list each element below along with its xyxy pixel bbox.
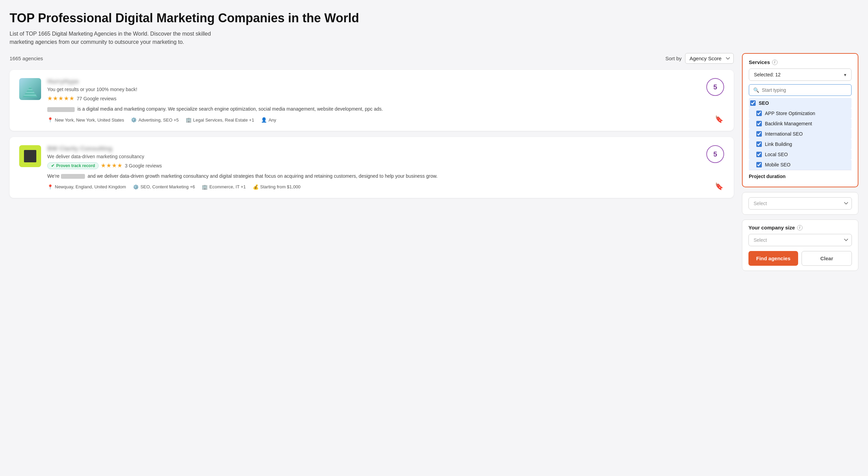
- stars-icon-2: ★★★★: [101, 162, 123, 169]
- reviews-2: 3 Google reviews: [125, 163, 162, 168]
- services-meta-1: ⚙️ Advertising, SEO +5: [131, 117, 178, 123]
- services-checkbox-list: SEO APP Store Optimization Backlink Mana…: [749, 98, 852, 170]
- services-label: Services i: [749, 59, 852, 65]
- checkbox-local-seo-input[interactable]: [756, 152, 762, 157]
- card-inner-2: BW Clarity Consulting We deliver data-dr…: [19, 145, 724, 190]
- checkbox-international-seo[interactable]: International SEO: [749, 129, 852, 139]
- card-inner-1: HurryHype You get results or your 100% m…: [19, 78, 724, 123]
- checkbox-international-seo-label: International SEO: [765, 131, 803, 137]
- bookmark-button-2[interactable]: 🔖: [715, 182, 723, 190]
- score-badge-2: 5: [706, 145, 724, 163]
- industries-icon-1: 🏢: [186, 117, 191, 123]
- agency-desc-1: is a digital media and marketing company…: [47, 105, 724, 113]
- sort-by-label: Sort by: [665, 55, 682, 61]
- checkbox-backlink-input[interactable]: [756, 121, 762, 126]
- services-meta-2: ⚙️ SEO, Content Marketing +6: [133, 184, 195, 190]
- card-body-2: BW Clarity Consulting We deliver data-dr…: [47, 145, 724, 190]
- sort-select[interactable]: Agency Score Reviews Newest: [685, 53, 734, 64]
- score-badge-1: 5: [706, 78, 724, 96]
- checkbox-backlink-label: Backlink Management: [765, 121, 812, 126]
- reviews-1: 77 Google reviews: [77, 96, 116, 101]
- industries-meta-1: 🏢 Legal Services, Real Estate +1: [186, 117, 254, 123]
- location-2: 📍 Newquay, England, United Kingdom: [47, 184, 126, 190]
- checkbox-local-seo[interactable]: Local SEO: [749, 149, 852, 160]
- company-size-label: Your company size i: [748, 225, 852, 230]
- checkbox-local-seo-label: Local SEO: [765, 152, 788, 157]
- checkbox-mobile-seo[interactable]: Mobile SEO: [749, 160, 852, 170]
- company-size-section: Your company size i Select Find agencies…: [742, 220, 858, 271]
- checkbox-backlink[interactable]: Backlink Management: [749, 118, 852, 129]
- search-icon: 🔍: [753, 87, 759, 93]
- services-dropdown[interactable]: Selected: 12 ▾: [749, 68, 852, 81]
- card-body-1: HurryHype You get results or your 100% m…: [47, 78, 724, 123]
- main-layout: 1665 agencies Sort by Agency Score Revie…: [10, 53, 858, 276]
- sort-row: 1665 agencies Sort by Agency Score Revie…: [10, 53, 734, 64]
- stars-icon-1: ★★★★★: [47, 95, 75, 102]
- project-duration-label: Project duration: [749, 174, 852, 179]
- agency-tagline-1: You get results or your 100% money back!: [47, 87, 724, 92]
- project-duration-select[interactable]: Select: [748, 197, 852, 210]
- services-search-box: 🔍: [749, 84, 852, 96]
- stars-row-2: ✔ Proven track record ★★★★ 3 Google revi…: [47, 162, 724, 169]
- checkbox-link-building[interactable]: Link Building: [749, 139, 852, 149]
- agency-card-1: HurryHype You get results or your 100% m…: [10, 70, 734, 131]
- services-icon-1: ⚙️: [131, 117, 137, 123]
- page-subtitle: List of TOP 1665 Digital Marketing Agenc…: [10, 30, 229, 46]
- project-duration-section: Select: [742, 192, 858, 215]
- project-duration-header: Project duration: [749, 170, 852, 179]
- sort-by-wrap: Sort by Agency Score Reviews Newest: [665, 53, 734, 64]
- industries-meta-2: 🏢 Ecommerce, IT +1: [202, 184, 246, 190]
- services-filter-section: Services i Selected: 12 ▾ 🔍 SEO: [743, 54, 858, 187]
- proven-icon: ✔: [51, 163, 54, 168]
- chevron-down-icon: ▾: [844, 72, 846, 77]
- agency-name-2: BW Clarity Consulting: [47, 145, 724, 152]
- checkbox-app-store-input[interactable]: [756, 111, 762, 116]
- agency-logo-1: [19, 78, 41, 100]
- budget-icon-2: 💰: [253, 184, 259, 190]
- checkbox-seo-label: SEO: [759, 100, 769, 106]
- checkbox-mobile-seo-label: Mobile SEO: [765, 162, 791, 167]
- location-1: 📍 New York, New York, United States: [47, 117, 124, 123]
- location-icon-2: 📍: [47, 184, 53, 190]
- agency-name-1: HurryHype: [47, 78, 724, 85]
- checkbox-app-store-label: APP Store Optimization: [765, 111, 815, 116]
- company-size-select[interactable]: Select: [748, 234, 852, 246]
- filter-box-services: Services i Selected: 12 ▾ 🔍 SEO: [742, 53, 858, 187]
- page-title: TOP Professional Digital Marketing Compa…: [10, 11, 373, 25]
- sidebar: Services i Selected: 12 ▾ 🔍 SEO: [742, 53, 858, 276]
- budget-meta-1: 👤 Any: [261, 117, 276, 123]
- checkbox-seo-input[interactable]: [750, 100, 756, 106]
- card-meta-2: 📍 Newquay, England, United Kingdom ⚙️ SE…: [47, 184, 724, 190]
- agency-logo-2: [19, 145, 41, 167]
- services-search-input[interactable]: [762, 87, 847, 93]
- bookmark-button-1[interactable]: 🔖: [715, 115, 723, 123]
- services-icon-2: ⚙️: [133, 184, 139, 190]
- checkbox-mobile-seo-input[interactable]: [756, 162, 762, 167]
- checkbox-link-building-input[interactable]: [756, 141, 762, 147]
- checkbox-international-seo-input[interactable]: [756, 131, 762, 137]
- stars-row-1: ★★★★★ 77 Google reviews: [47, 95, 724, 102]
- agency-count: 1665 agencies: [10, 55, 43, 61]
- checkbox-app-store[interactable]: APP Store Optimization: [749, 108, 852, 118]
- budget-icon-1: 👤: [261, 117, 267, 123]
- location-icon-1: 📍: [47, 117, 53, 123]
- services-info-icon[interactable]: i: [772, 60, 778, 65]
- company-size-info-icon[interactable]: i: [797, 225, 803, 230]
- agency-desc-2: We're and we deliver data-driven growth …: [47, 173, 724, 180]
- agency-tagline-2: We deliver data-driven marketing consult…: [47, 154, 724, 159]
- clear-button[interactable]: Clear: [802, 251, 852, 266]
- action-buttons-row: Find agencies Clear: [748, 251, 852, 266]
- checkbox-link-building-label: Link Building: [765, 141, 792, 147]
- agency-card-2: BW Clarity Consulting We deliver data-dr…: [10, 137, 734, 198]
- proven-badge: ✔ Proven track record: [47, 162, 99, 169]
- budget-meta-2: 💰 Starting from $1,000: [253, 184, 301, 190]
- checkbox-seo[interactable]: SEO: [749, 98, 852, 108]
- page-header: TOP Professional Digital Marketing Compa…: [10, 11, 373, 46]
- industries-icon-2: 🏢: [202, 184, 208, 190]
- find-agencies-button[interactable]: Find agencies: [748, 251, 798, 266]
- content-area: 1665 agencies Sort by Agency Score Revie…: [10, 53, 734, 204]
- card-meta-1: 📍 New York, New York, United States ⚙️ A…: [47, 117, 724, 123]
